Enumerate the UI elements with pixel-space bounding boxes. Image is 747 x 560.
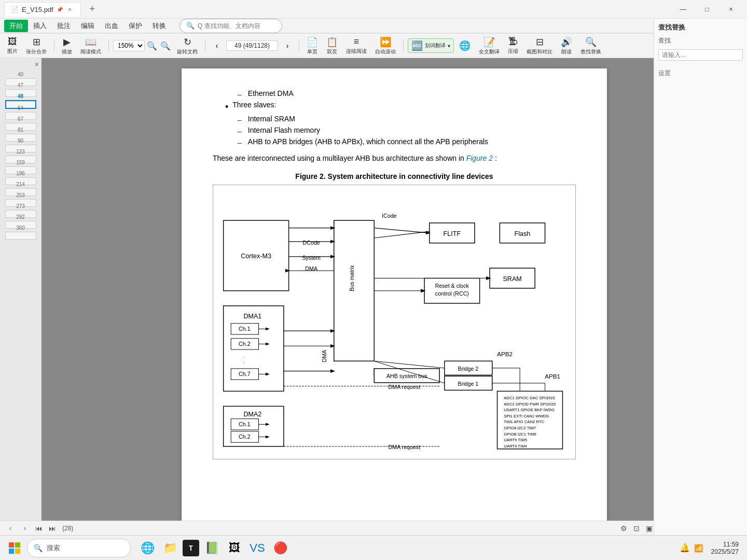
thumb-253[interactable]: 253 [5, 192, 36, 200]
thumb-196[interactable]: 196 [5, 171, 36, 178]
thumb-47[interactable]: 47 [5, 82, 36, 90]
read-aloud-button[interactable]: 🔊 朗读 [558, 35, 575, 57]
rotate-button[interactable]: ↻ 旋转文档 [174, 35, 201, 57]
full-translate-button[interactable]: 📝 全文翻译 [476, 35, 503, 57]
prev-button[interactable]: ‹ [6, 524, 15, 533]
thumb-360[interactable]: 360 [5, 225, 36, 233]
continuous-label: 连续阅读 [346, 48, 367, 55]
taskbar-edge-icon[interactable]: 🌐 [137, 538, 158, 558]
taskbar-app-red[interactable]: 🔴 [270, 538, 290, 558]
next-button[interactable]: › [21, 524, 29, 533]
continuous-read-button[interactable]: ≡ 连续阅读 [343, 35, 370, 56]
full-translate-label: 全文翻译 [479, 48, 500, 55]
close-button[interactable]: × [719, 0, 743, 19]
menu-convert[interactable]: 转换 [147, 20, 171, 32]
thumb-48[interactable]: 48 [5, 93, 36, 102]
minimize-button[interactable]: — [671, 0, 695, 19]
svg-text:Flash: Flash [515, 230, 531, 237]
thumb-214[interactable]: 214 [5, 181, 36, 189]
compress-button[interactable]: 🗜 压缩 [505, 35, 521, 56]
menu-bar: 开始 插入 批注 编辑 出血 保护 转换 🔍 ↕ 手机版 ☆ [0, 19, 747, 33]
thumb-273[interactable]: 273 [5, 203, 36, 211]
translate-tool-2[interactable]: 🌐 [456, 39, 474, 52]
taskbar-search-icon: 🔍 [34, 544, 43, 552]
find-label-btn: 查找替换 [580, 48, 601, 55]
thumb-64[interactable]: 64 [5, 105, 36, 113]
zoom-out-icon[interactable]: 🔍 [146, 40, 158, 52]
svg-text:Reset & clock: Reset & clock [435, 283, 469, 289]
toolbar-search-box[interactable]: 🔍 [179, 19, 282, 33]
prev-page-button[interactable]: ‹ [210, 38, 224, 53]
svg-text:Ch.7: Ch.7 [239, 371, 251, 377]
sidebar-close-button[interactable]: × [35, 60, 39, 68]
menu-start[interactable]: 开始 [4, 20, 28, 32]
merge-tool-button[interactable]: ⊞ 张分合并 [23, 35, 50, 57]
svg-text:DMA request: DMA request [389, 384, 421, 390]
page-first-button[interactable]: ⏮ [35, 524, 43, 533]
taskbar-word-icon[interactable]: 📗 [201, 538, 222, 558]
tab-pdf[interactable]: 📄 E_V15.pdf 📌 × [4, 2, 81, 17]
thumb-81[interactable]: 81 [5, 127, 36, 135]
taskbar-photo-icon[interactable]: 🖼 [224, 538, 245, 558]
menu-annotate[interactable]: 批注 [52, 20, 76, 32]
taskbar-explorer-icon[interactable]: 📁 [160, 538, 181, 558]
tab-close-button[interactable]: × [66, 5, 74, 13]
play-button[interactable]: ▶ 插放 [59, 35, 75, 57]
auto-scroll-button[interactable]: ⏩ 自动滚动 [372, 35, 399, 57]
image-tool-button[interactable]: 🖼 图片 [4, 35, 21, 56]
thumb-292[interactable]: 292 [5, 214, 36, 222]
svg-text:ADC1  GPIOC  DAC  SPI3/I2S: ADC1 GPIOC DAC SPI3/I2S [504, 396, 555, 400]
svg-text:DCode: DCode [303, 240, 320, 246]
read-icon: 📖 [85, 36, 96, 48]
taskbar-terminal-icon[interactable]: T [183, 540, 199, 556]
zoom-select[interactable]: 150% 100% 125% 200% [113, 40, 145, 51]
menu-insert[interactable]: 插入 [28, 20, 52, 32]
thumb-90[interactable]: 90 [5, 138, 36, 146]
taskbar-vscode-icon[interactable]: VS [247, 538, 268, 558]
page-last-button[interactable]: ⏭ [49, 524, 56, 533]
internal-sram-text: Internal SRAM [248, 115, 295, 123]
interconnect-text: These are interconnected using a multila… [213, 154, 464, 162]
svg-rect-81 [15, 542, 20, 548]
thumb-40[interactable]: 40 [5, 72, 36, 79]
toolbar-search-input[interactable] [198, 22, 275, 30]
auto-scroll-label: 自动滚动 [375, 48, 396, 55]
svg-text:control (RCC): control (RCC) [435, 290, 469, 297]
rotate-label: 旋转文档 [177, 48, 198, 55]
thumb-123[interactable]: 123 [5, 149, 36, 157]
compare-button[interactable]: ⊟ 截图和对比 [523, 35, 556, 57]
thumb-67[interactable]: 67 [5, 116, 36, 124]
taskbar-search[interactable]: 🔍 搜索 [27, 539, 131, 557]
taskbar-time[interactable]: 11:59 2025/5/27 [707, 539, 743, 557]
single-page-button[interactable]: 📄 单页 [303, 35, 321, 57]
toolbar-sep-3 [205, 39, 205, 52]
play-icon: ▶ [63, 36, 71, 48]
next-page-button[interactable]: › [280, 38, 295, 53]
zoom-in-icon[interactable]: 🔍 [159, 40, 172, 52]
find-replace-button[interactable]: 🔍 查找替换 [577, 35, 604, 57]
menu-edit[interactable]: 编辑 [76, 20, 100, 32]
start-button[interactable] [4, 538, 25, 558]
fit-icon[interactable]: ⊡ [633, 524, 640, 533]
toolbar-sep-2 [108, 39, 109, 52]
new-tab-button[interactable]: + [85, 2, 100, 17]
ahb-apb-item: – AHB to APB bridges (AHB to APBx), whic… [238, 137, 576, 147]
svg-text:Ch.1: Ch.1 [239, 421, 251, 427]
settings-icon[interactable]: ⚙ [620, 524, 627, 533]
layout-icon[interactable]: ▣ [646, 524, 653, 533]
double-page-button[interactable]: 📋 双页 [323, 35, 341, 57]
figure2-link[interactable]: Figure 2 [466, 154, 493, 162]
pdf-content-area[interactable]: – Ethernet DMA • Three slaves: – Interna… [42, 58, 747, 521]
read-mode-button[interactable]: 📖 阅读模式 [77, 35, 104, 57]
settings-link[interactable]: 设置 [658, 69, 743, 78]
auto-scroll-icon: ⏩ [380, 36, 391, 48]
menu-protect[interactable]: 保护 [123, 20, 147, 32]
svg-text:DMA2: DMA2 [243, 411, 261, 418]
menu-bleed[interactable]: 出血 [100, 20, 123, 32]
maximize-button[interactable]: □ [695, 0, 719, 19]
compare-label: 截图和对比 [527, 48, 552, 55]
word-translate-button[interactable]: 🔤 划词翻译 ▾ [408, 38, 454, 53]
taskbar-notify-icon[interactable]: 🔔 [680, 543, 690, 553]
thumb-159[interactable]: 159 [5, 160, 36, 167]
find-input[interactable] [658, 58, 743, 61]
